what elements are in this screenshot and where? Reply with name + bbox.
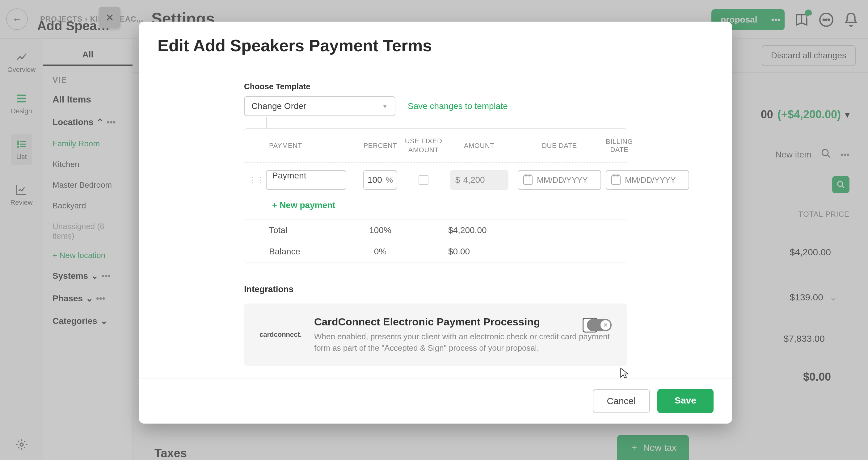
table-header-row: PAYMENT PERCENT USE FIXED AMOUNT AMOUNT … — [244, 129, 627, 163]
cancel-button[interactable]: Cancel — [593, 389, 650, 413]
col-amount: AMOUNT — [445, 142, 513, 150]
amount-input[interactable]: $ 4,200 — [450, 170, 508, 190]
col-percent: PERCENT — [359, 142, 402, 150]
payment-row: ⋮⋮ Payment 100 % $ 4,200 — [244, 163, 627, 197]
toggle-knob: ✕ — [600, 320, 610, 330]
section-divider — [244, 275, 627, 275]
choose-template-label: Choose Template — [244, 82, 714, 91]
new-payment-link[interactable]: + New payment — [244, 197, 627, 220]
col-payment: PAYMENT — [266, 142, 359, 150]
modal-header: Edit Add Speakers Payment Terms — [139, 22, 732, 66]
connector-line — [266, 117, 267, 128]
percent-input[interactable]: 100 % — [363, 170, 397, 190]
chevron-down-icon: ▼ — [382, 103, 388, 110]
modal-footer: Cancel Save — [139, 378, 732, 424]
cardconnect-logo: cardconnect. — [259, 331, 302, 339]
col-due-date: DUE DATE — [513, 142, 606, 150]
calendar-icon — [611, 175, 621, 185]
col-billing-date: BILLING DATE — [606, 138, 633, 154]
modal-body: Choose Template Change Order ▼ Save chan… — [139, 66, 732, 378]
balance-row: Balance 0% $0.00 — [244, 241, 627, 262]
calendar-icon — [523, 175, 532, 185]
save-template-link[interactable]: Save changes to template — [408, 101, 508, 111]
integration-description: When enabled, presents your client with … — [314, 331, 612, 354]
total-label: Total — [266, 225, 359, 235]
integrations-label: Integrations — [244, 284, 714, 294]
modal-title: Edit Add Speakers Payment Terms — [158, 36, 714, 55]
balance-amount-value: $0.00 — [445, 247, 513, 257]
col-use-fixed: USE FIXED AMOUNT — [402, 137, 445, 154]
payment-name-input[interactable]: Payment — [266, 170, 346, 190]
totals-row: Total 100% $4,200.00 — [244, 220, 627, 241]
balance-percent: 0% — [359, 247, 402, 257]
edit-payment-terms-modal: Edit Add Speakers Payment Terms Choose T… — [139, 22, 732, 424]
balance-label: Balance — [266, 247, 359, 257]
payments-table: PAYMENT PERCENT USE FIXED AMOUNT AMOUNT … — [244, 128, 627, 262]
integration-card: cardconnect. CardConnect Electronic Paym… — [244, 303, 627, 366]
template-select[interactable]: Change Order ▼ — [244, 96, 395, 116]
use-fixed-checkbox[interactable] — [418, 175, 428, 185]
save-button[interactable]: Save — [657, 389, 714, 413]
total-percent: 100% — [359, 225, 402, 235]
integration-toggle[interactable]: ✕ — [587, 319, 612, 331]
drag-handle-icon[interactable]: ⋮⋮ — [247, 175, 266, 185]
due-date-input[interactable]: MM/DD/YYYY — [518, 170, 601, 190]
billing-date-input[interactable]: MM/DD/YYYY — [606, 170, 689, 190]
total-amount-value: $4,200.00 — [445, 225, 513, 235]
template-select-value: Change Order — [251, 101, 306, 111]
integration-title: CardConnect Electronic Payment Processin… — [314, 316, 612, 328]
